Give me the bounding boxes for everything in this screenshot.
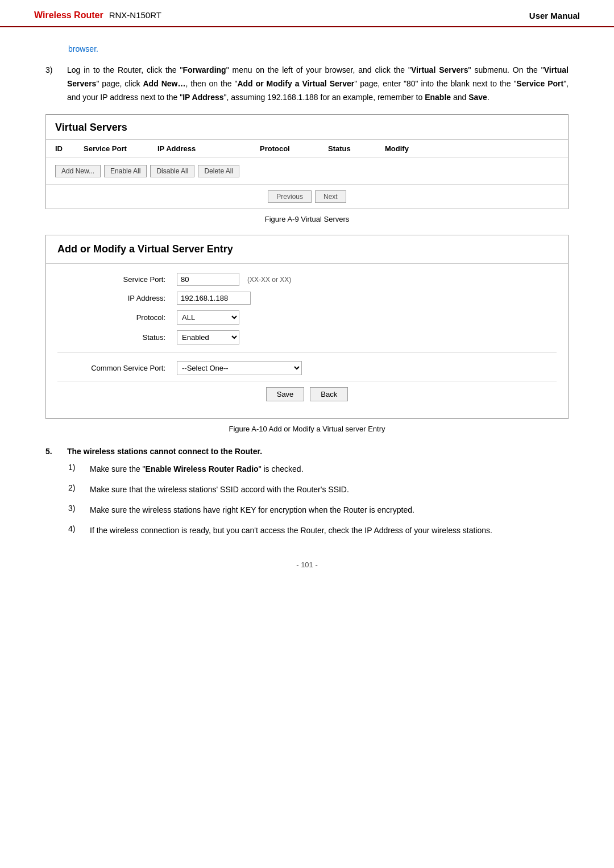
section-5-item-4: 4) If the wireless connection is ready, …: [68, 524, 569, 538]
model-name: RNX-N150RT: [109, 10, 161, 20]
step-3-number: 3): [45, 64, 61, 104]
item-1-number: 1): [68, 463, 84, 476]
section-5-number: 5.: [45, 447, 61, 456]
add-modify-title: Add or Modify a Virtual Server Entry: [46, 235, 568, 264]
virtual-servers-box: Virtual Servers ID Service Port IP Addre…: [45, 114, 569, 209]
page-header: Wireless Router RNX-N150RT User Manual: [0, 0, 614, 27]
protocol-row: Protocol: ALL: [57, 310, 557, 325]
disable-all-button[interactable]: Disable All: [150, 165, 194, 177]
step-3-text: Log in to the Router, click the "Forward…: [67, 64, 569, 104]
service-port-input[interactable]: [177, 273, 239, 286]
add-modify-box: Add or Modify a Virtual Server Entry Ser…: [45, 235, 569, 419]
col-modify: Modify: [385, 144, 430, 153]
section-5-item-2: 2) Make sure that the wireless stations'…: [68, 483, 569, 497]
previous-button[interactable]: Previous: [268, 190, 312, 203]
item-1-text: Make sure the "Enable Wireless Router Ra…: [90, 463, 569, 476]
ip-address-label: IP Address:: [57, 294, 171, 302]
figure-a10-caption: Figure A-10 Add or Modify a Virtual serv…: [45, 425, 569, 433]
item-2-number: 2): [68, 483, 84, 497]
browser-link-text: browser.: [45, 44, 569, 53]
col-ip-address: IP Address: [157, 144, 248, 153]
save-button[interactable]: Save: [266, 387, 305, 401]
virtual-servers-nav: Previous Next: [46, 185, 568, 209]
col-id: ID: [55, 144, 72, 153]
service-port-hint: (XX-XX or XX): [247, 276, 291, 284]
step-3-item: 3) Log in to the Router, click the "Forw…: [45, 64, 569, 104]
enable-all-button[interactable]: Enable All: [104, 165, 147, 177]
item-4-text: If the wireless connection is ready, but…: [90, 524, 569, 538]
item-2-text: Make sure that the wireless stations' SS…: [90, 483, 569, 497]
next-button[interactable]: Next: [315, 190, 346, 203]
section-5-heading: The wireless stations cannot connect to …: [67, 447, 262, 456]
form-divider: [57, 352, 557, 353]
manual-label: User Manual: [529, 11, 580, 20]
item-3-text: Make sure the wireless stations have rig…: [90, 504, 569, 517]
section-5-item-3: 3) Make sure the wireless stations have …: [68, 504, 569, 517]
virtual-servers-table-header: ID Service Port IP Address Protocol Stat…: [46, 140, 568, 158]
virtual-servers-actions: Add New... Enable All Disable All Delete…: [46, 158, 568, 185]
add-modify-actions: Save Back: [57, 381, 557, 409]
delete-all-button[interactable]: Delete All: [198, 165, 239, 177]
common-service-port-row: Common Service Port: --Select One--: [57, 361, 557, 375]
col-service-port: Service Port: [84, 144, 146, 153]
protocol-label: Protocol:: [57, 313, 171, 322]
brand-name: Wireless Router: [34, 10, 103, 20]
add-modify-form: Service Port: (XX-XX or XX) IP Address: …: [46, 264, 568, 418]
service-port-row: Service Port: (XX-XX or XX): [57, 273, 557, 286]
status-select[interactable]: Enabled: [177, 330, 239, 344]
main-content: browser. 3) Log in to the Router, click …: [0, 27, 614, 603]
page-number: - 101 -: [296, 560, 318, 569]
item-3-number: 3): [68, 504, 84, 517]
protocol-select[interactable]: ALL: [177, 310, 239, 325]
virtual-servers-title: Virtual Servers: [46, 115, 568, 140]
section-5-list: 1) Make sure the "Enable Wireless Router…: [45, 463, 569, 537]
common-service-port-label: Common Service Port:: [57, 364, 171, 372]
common-service-port-select[interactable]: --Select One--: [177, 361, 302, 375]
page-footer: - 101 -: [45, 560, 569, 580]
back-button[interactable]: Back: [310, 387, 348, 401]
header-left: Wireless Router RNX-N150RT: [34, 10, 161, 20]
status-row: Status: Enabled: [57, 330, 557, 344]
figure-a9-caption: Figure A-9 Virtual Servers: [45, 215, 569, 223]
add-new-button[interactable]: Add New...: [55, 165, 101, 177]
item-4-number: 4): [68, 524, 84, 538]
service-port-label: Service Port:: [57, 275, 171, 284]
section-5-item-1: 1) Make sure the "Enable Wireless Router…: [68, 463, 569, 476]
ip-address-input[interactable]: [177, 292, 251, 305]
col-status: Status: [328, 144, 374, 153]
status-label: Status:: [57, 333, 171, 342]
section-5-title: 5. The wireless stations cannot connect …: [45, 447, 569, 456]
ip-address-row: IP Address:: [57, 292, 557, 305]
col-protocol: Protocol: [260, 144, 317, 153]
